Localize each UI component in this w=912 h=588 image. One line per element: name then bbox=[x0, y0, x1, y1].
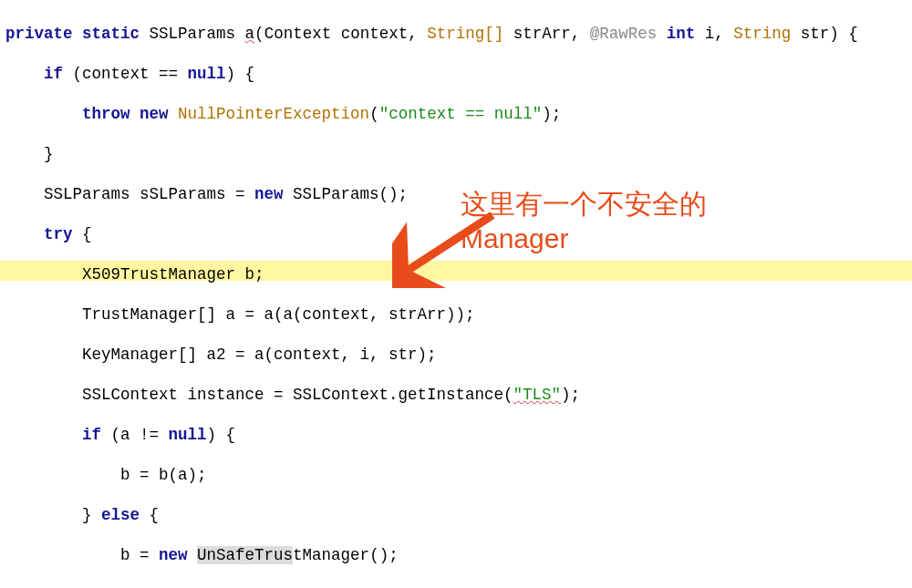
code-line: if (context == null) { bbox=[5, 64, 912, 84]
code-line: private static SSLParams a(Context conte… bbox=[5, 24, 912, 44]
code-line: if (a != null) { bbox=[5, 425, 912, 445]
code-line: KeyManager[] a2 = a(context, i, str); bbox=[5, 345, 912, 365]
selection: UnSafeTrus bbox=[197, 546, 293, 564]
code-line: TrustManager[] a = a(a(context, strArr))… bbox=[5, 304, 912, 325]
annotation-callout: 这里有一个不安全的 Manager bbox=[461, 187, 707, 256]
code-line: } bbox=[5, 144, 912, 164]
annotation-line: Manager bbox=[461, 222, 707, 256]
code-line: b = b(a); bbox=[5, 465, 912, 485]
annotation-line: 这里有一个不安全的 bbox=[461, 187, 707, 222]
code-line: } else { bbox=[5, 505, 912, 525]
code-block: private static SSLParams a(Context conte… bbox=[0, 0, 912, 588]
code-line: throw new NullPointerException("context … bbox=[5, 104, 912, 124]
code-line-highlight: b = new UnSafeTrustManager(); bbox=[5, 545, 912, 565]
code-line: SSLContext instance = SSLContext.getInst… bbox=[5, 385, 912, 405]
code-line: SSLParams sSLParams = new SSLParams(); bbox=[5, 184, 912, 204]
